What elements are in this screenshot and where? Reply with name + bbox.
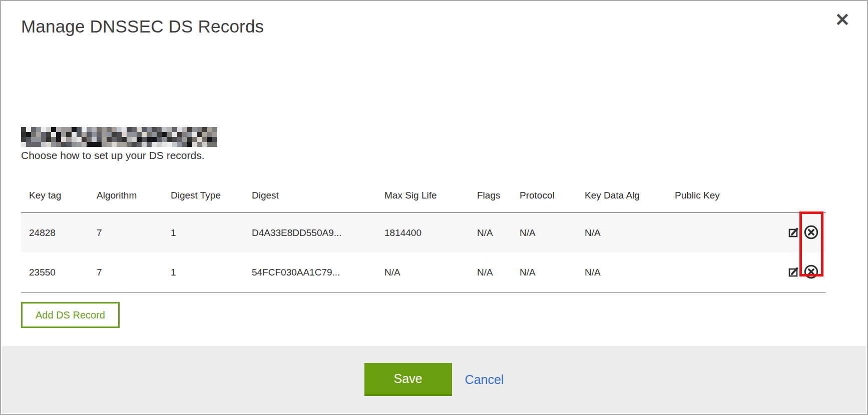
table-header-row: Key tag Algorithm Digest Type Digest Max…: [21, 175, 826, 212]
cell-key-data-alg: N/A: [577, 252, 667, 292]
save-button[interactable]: Save: [364, 363, 452, 396]
col-header-digest: Digest: [244, 175, 376, 212]
delete-icon[interactable]: [803, 264, 819, 280]
modal-content: Manage DNSSEC DS Records Choose how to s…: [1, 1, 867, 328]
cell-protocol: N/A: [512, 212, 577, 252]
cell-public-key: [667, 212, 780, 252]
cell-actions: [780, 252, 826, 292]
col-header-actions: [780, 175, 826, 212]
cell-digest: D4A33E8DD550A9...: [244, 212, 376, 252]
ds-records-table: Key tag Algorithm Digest Type Digest Max…: [21, 175, 826, 293]
manage-dnssec-modal: ✕ Manage DNSSEC DS Records Choose how to…: [0, 0, 868, 415]
col-header-key-data-alg: Key Data Alg: [577, 175, 667, 212]
cell-public-key: [667, 252, 780, 292]
modal-footer: Save Cancel: [2, 346, 866, 413]
cell-algorithm: 7: [89, 252, 163, 292]
cell-max-sig-life: 1814400: [376, 212, 469, 252]
cell-key-data-alg: N/A: [577, 212, 667, 252]
page-title: Manage DNSSEC DS Records: [21, 15, 847, 38]
col-header-public-key: Public Key: [667, 175, 780, 212]
col-header-protocol: Protocol: [512, 175, 577, 212]
cell-key-tag: 23550: [21, 252, 89, 292]
cell-flags: N/A: [469, 252, 512, 292]
cell-actions: [780, 212, 826, 252]
edit-icon[interactable]: [788, 226, 800, 238]
cell-protocol: N/A: [512, 252, 577, 292]
cell-digest-type: 1: [163, 252, 244, 292]
col-header-digest-type: Digest Type: [163, 175, 244, 212]
col-header-algorithm: Algorithm: [89, 175, 163, 212]
delete-icon[interactable]: [803, 224, 819, 240]
cell-digest: 54FCF030AA1C79...: [244, 252, 376, 292]
table-row: 24828 7 1 D4A33E8DD550A9... 1814400 N/A …: [21, 212, 826, 252]
col-header-flags: Flags: [469, 175, 512, 212]
col-header-key-tag: Key tag: [21, 175, 89, 212]
cell-flags: N/A: [469, 212, 512, 252]
cancel-link[interactable]: Cancel: [465, 372, 504, 387]
edit-icon[interactable]: [788, 266, 800, 278]
redacted-domain-name: [21, 127, 217, 147]
col-header-max-sig-life: Max Sig Life: [376, 175, 469, 212]
add-ds-record-button[interactable]: Add DS Record: [21, 302, 120, 328]
cell-algorithm: 7: [89, 212, 163, 252]
cell-max-sig-life: N/A: [376, 252, 469, 292]
close-icon[interactable]: ✕: [835, 11, 850, 29]
instruction-text: Choose how to set up your DS records.: [21, 148, 847, 163]
cell-digest-type: 1: [163, 212, 244, 252]
cell-key-tag: 24828: [21, 212, 89, 252]
table-row: 23550 7 1 54FCF030AA1C79... N/A N/A N/A …: [21, 252, 826, 292]
